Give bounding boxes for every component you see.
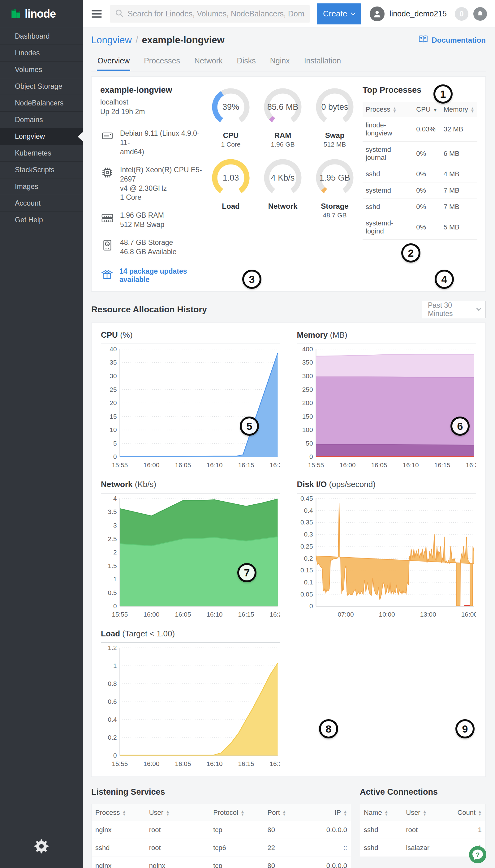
gauge-storage: 1.95 GBStorage48.7 GB (310, 157, 359, 219)
notifications-bell-icon[interactable] (473, 7, 487, 21)
chevron-down-icon (351, 11, 356, 16)
sidebar-item-account[interactable]: Account (0, 195, 83, 212)
disk-icon (100, 238, 115, 256)
sidebar-item-get-help[interactable]: Get Help (0, 212, 83, 228)
sidebar-item-label: Volumes (15, 66, 42, 74)
gauge-title: Storage (310, 202, 359, 211)
svg-text:0: 0 (113, 453, 117, 460)
sidebar-item-label: Dashboard (15, 32, 50, 40)
table-row: systemd0%7 MB (363, 182, 477, 199)
top-processes-title: Top Processes (363, 85, 477, 95)
sidebar-item-linodes[interactable]: Linodes (0, 45, 83, 61)
svg-text:16:05: 16:05 (175, 760, 191, 767)
sidebar-item-label: StackScripts (15, 166, 54, 174)
breadcrumb-longview-link[interactable]: Longview (91, 35, 132, 46)
user-avatar[interactable] (370, 6, 385, 21)
svg-text:16:05: 16:05 (175, 461, 191, 468)
search-input[interactable] (128, 9, 305, 18)
chart-svg-cpu: 051015202530354015:5516:0016:0516:1016:1… (101, 345, 280, 471)
sidebar-item-label: Linodes (15, 49, 40, 57)
svg-text:1: 1 (113, 662, 117, 669)
package-updates-label: 14 package updates available (119, 267, 206, 284)
chart-cpu: CPU (%)051015202530354015:5516:0016:0516… (101, 330, 280, 472)
documentation-link[interactable]: Documentation (418, 35, 486, 46)
spec-os: Debian 9.11 (Linux 4.9.0-11-amd64) (100, 129, 206, 157)
time-range-select[interactable]: Past 30 Minutes (422, 301, 486, 318)
column-header-process[interactable]: Process▲▼ (91, 804, 146, 821)
breadcrumb: Longview / example-longview Documentatio… (91, 35, 486, 46)
sidebar-item-kubernetes[interactable]: Kubernetes (0, 145, 83, 161)
breadcrumb-separator: / (136, 35, 138, 46)
svg-text:15:55: 15:55 (112, 611, 128, 618)
sidebar-item-dashboard[interactable]: Dashboard (0, 28, 83, 45)
sidebar: linode DashboardLinodesVolumesObject Sto… (0, 0, 83, 868)
tab-installation[interactable]: Installation (304, 53, 342, 71)
tab-bar: OverviewProcessesNetworkDisksNginxInstal… (91, 53, 486, 71)
username-label[interactable]: linode_demo215 (390, 9, 447, 18)
tab-processes[interactable]: Processes (143, 53, 181, 71)
sidebar-item-images[interactable]: Images (0, 178, 83, 195)
column-header-port[interactable]: Port▲▼ (263, 804, 301, 821)
annotation-badge-4: 4 (435, 270, 454, 289)
menu-hamburger-icon[interactable] (91, 8, 102, 19)
svg-text:16:10: 16:10 (206, 461, 222, 468)
svg-text:16:20: 16:20 (270, 760, 280, 767)
spec-text: Debian 9.11 (Linux 4.9.0-11-amd64) (120, 129, 206, 157)
tab-overview[interactable]: Overview (97, 53, 130, 71)
column-header-process[interactable]: Process▲▼ (363, 102, 413, 117)
column-header-user[interactable]: User▲▼ (402, 804, 443, 821)
search-box (110, 5, 310, 22)
gauge-subtitle: 48.7 GB (310, 212, 359, 219)
column-header-cpu[interactable]: CPU▼ (413, 102, 440, 117)
table-row: sshdlsalazar1 (360, 839, 486, 857)
table-row: sshdroot1 (360, 821, 486, 839)
resource-history-title: Resource Allocation History (91, 305, 207, 315)
column-header-protocol[interactable]: Protocol▲▼ (209, 804, 263, 821)
page-title: example-longview (142, 35, 225, 46)
create-button[interactable]: Create (317, 3, 361, 24)
column-header-name[interactable]: Name▲▼ (360, 804, 403, 821)
os-icon (100, 129, 115, 157)
svg-text:16:10: 16:10 (403, 461, 419, 468)
listening-services-panel: Listening Services Process▲▼User▲▼Protoc… (91, 787, 351, 868)
column-header-count[interactable]: Count▲▼ (443, 804, 486, 821)
resource-history-header: Resource Allocation History Past 30 Minu… (91, 301, 486, 318)
column-header-memory[interactable]: Memory▲▼ (441, 102, 477, 117)
svg-text:0.3: 0.3 (304, 531, 313, 538)
column-header-user[interactable]: User▲▼ (146, 804, 209, 821)
listening-services-title: Listening Services (91, 787, 351, 797)
sidebar-item-nodebalancers[interactable]: NodeBalancers (0, 95, 83, 111)
notification-count-badge: 0 (455, 7, 468, 21)
svg-text:4 Kb/s: 4 Kb/s (271, 173, 295, 182)
sidebar-item-label: Account (15, 199, 40, 208)
gauge-swap: 0 bytesSwap512 MB (310, 87, 359, 148)
column-header-ip[interactable]: IP▲▼ (301, 804, 351, 821)
sidebar-item-stackscripts[interactable]: StackScripts (0, 161, 83, 178)
gauge-title: Load (206, 202, 256, 211)
svg-text:16:10: 16:10 (206, 760, 222, 767)
tab-nginx[interactable]: Nginx (270, 53, 290, 71)
chart-network: Network (Kb/s)00.511.522.533.5415:5516:0… (101, 480, 280, 622)
package-updates-link[interactable]: 14 package updates available (100, 267, 206, 284)
svg-text:2.5: 2.5 (108, 535, 117, 543)
spec-cpu: Intel(R) Xeon(R) CPU E5-2697v4 @ 2.30GHz… (100, 165, 206, 202)
linode-logo[interactable]: linode (0, 0, 83, 28)
svg-text:0.4: 0.4 (108, 716, 117, 723)
tab-disks[interactable]: Disks (236, 53, 256, 71)
sidebar-item-object-storage[interactable]: Object Storage (0, 78, 83, 95)
time-range-value: Past 30 Minutes (428, 301, 477, 318)
help-button[interactable]: ? (468, 846, 487, 864)
svg-text:1.2: 1.2 (108, 644, 117, 651)
tab-network[interactable]: Network (194, 53, 223, 71)
client-hostname: localhost (100, 98, 206, 107)
svg-text:16:05: 16:05 (371, 461, 387, 468)
svg-text:0: 0 (309, 453, 313, 460)
svg-text:300: 300 (302, 372, 313, 379)
table-row: linode-longview0.03%32 MB (363, 117, 477, 142)
sidebar-item-domains[interactable]: Domains (0, 111, 83, 128)
table-row: systemd-logind0%5 MB (363, 215, 477, 240)
sidebar-item-volumes[interactable]: Volumes (0, 61, 83, 78)
settings-gear-icon[interactable] (33, 838, 50, 854)
table-row: sshd0%7 MB (363, 199, 477, 215)
sidebar-item-longview[interactable]: Longview (0, 128, 83, 145)
